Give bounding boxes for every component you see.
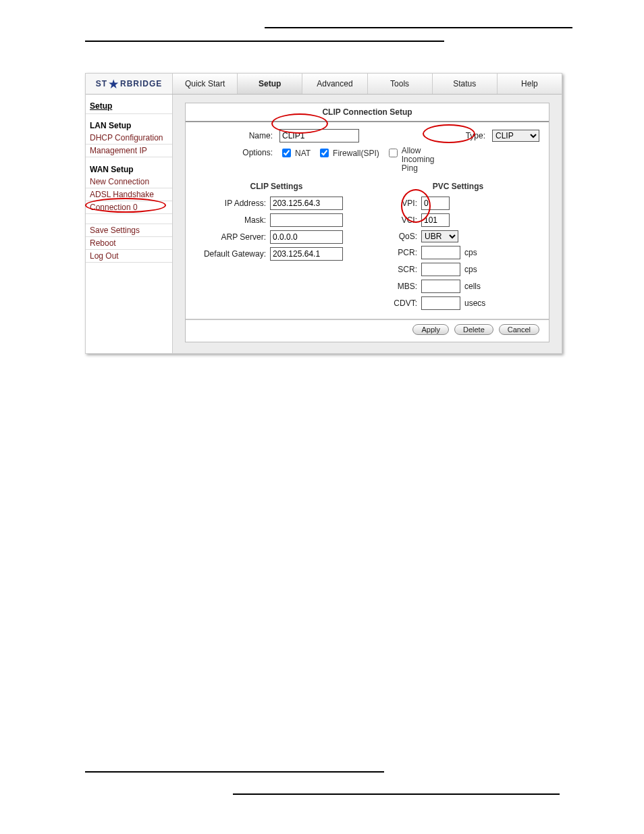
sidebar-item-save-settings[interactable]: Save Settings xyxy=(86,224,172,237)
star-icon: ★ xyxy=(109,78,119,90)
cdvt-unit: usecs xyxy=(464,298,485,308)
allow-ping-option[interactable]: Allow Incoming Ping xyxy=(386,147,435,174)
vci-input[interactable] xyxy=(421,213,450,227)
apply-button[interactable]: Apply xyxy=(412,324,449,335)
gw-input[interactable] xyxy=(270,247,343,261)
main-tabs: Quick Start Setup Advanced Tools Status … xyxy=(173,74,562,94)
content-area: CLIP Connection Setup Name: Type: CLIP O… xyxy=(173,95,562,353)
sidebar-item-mgmt-ip[interactable]: Management IP xyxy=(86,145,172,157)
mbs-input[interactable] xyxy=(421,280,460,293)
type-select[interactable]: CLIP xyxy=(492,130,539,142)
options-label: Options: xyxy=(195,147,273,157)
type-label: Type: xyxy=(466,131,485,140)
arp-input[interactable] xyxy=(270,230,343,244)
connection-setup-panel: CLIP Connection Setup Name: Type: CLIP O… xyxy=(185,103,549,342)
vpi-label: VPI: xyxy=(377,199,417,208)
button-bar: Apply Delete Cancel xyxy=(186,319,549,335)
sidebar-item-reboot[interactable]: Reboot xyxy=(86,237,172,250)
sidebar-heading-wan: WAN Setup xyxy=(86,157,172,176)
name-label: Name: xyxy=(195,131,273,140)
tab-quick-start[interactable]: Quick Start xyxy=(173,74,238,94)
logo-text-right: RBRIDGE xyxy=(120,79,162,88)
arp-label: ARP Server: xyxy=(195,232,266,242)
logo-text-left: ST xyxy=(96,79,107,88)
mbs-label: MBS: xyxy=(377,282,417,291)
nat-label: NAT xyxy=(295,149,311,158)
logo: ST ★ RBRIDGE xyxy=(86,74,173,94)
name-input[interactable] xyxy=(279,129,359,142)
pvc-settings-title: PVC Settings xyxy=(377,182,539,191)
scr-input[interactable] xyxy=(421,263,460,276)
pcr-label: PCR: xyxy=(377,248,417,257)
allow-ping-label: Allow Incoming Ping xyxy=(402,147,435,174)
sidebar: Setup LAN Setup DHCP Configuration Manag… xyxy=(86,95,173,353)
top-bar: ST ★ RBRIDGE Quick Start Setup Advanced … xyxy=(86,74,562,95)
tab-setup[interactable]: Setup xyxy=(238,74,302,94)
firewall-checkbox[interactable] xyxy=(320,149,329,157)
sidebar-item-dhcp[interactable]: DHCP Configuration xyxy=(86,132,172,145)
pcr-input[interactable] xyxy=(421,246,460,259)
tab-advanced[interactable]: Advanced xyxy=(302,74,367,94)
cancel-button[interactable]: Cancel xyxy=(499,324,539,335)
ip-label: IP Address: xyxy=(195,199,266,208)
router-admin-window: ST ★ RBRIDGE Quick Start Setup Advanced … xyxy=(85,73,562,354)
sidebar-title: Setup xyxy=(86,99,172,113)
tab-help[interactable]: Help xyxy=(498,74,562,94)
panel-title: CLIP Connection Setup xyxy=(186,103,549,122)
nat-checkbox[interactable] xyxy=(282,149,291,157)
vpi-input[interactable] xyxy=(421,197,450,210)
sidebar-item-new-connection[interactable]: New Connection xyxy=(86,176,172,188)
sidebar-item-connection-0[interactable]: Connection 0 xyxy=(86,201,172,214)
tab-status[interactable]: Status xyxy=(433,74,498,94)
sidebar-heading-lan: LAN Setup xyxy=(86,113,172,132)
nat-option[interactable]: NAT xyxy=(279,147,311,159)
qos-select[interactable]: UBR xyxy=(421,230,458,242)
qos-label: QoS: xyxy=(377,232,417,241)
pvc-settings-column: PVC Settings VPI: VCI: QoS: xyxy=(377,182,539,313)
scr-label: SCR: xyxy=(377,265,417,274)
firewall-label: Firewall(SPI) xyxy=(333,149,379,158)
allow-ping-checkbox[interactable] xyxy=(389,149,398,157)
sidebar-item-adsl-handshake[interactable]: ADSL Handshake xyxy=(86,188,172,201)
scr-unit: cps xyxy=(464,265,477,274)
ip-input[interactable] xyxy=(270,197,343,210)
cdvt-input[interactable] xyxy=(421,296,460,310)
mask-label: Mask: xyxy=(195,215,266,225)
pcr-unit: cps xyxy=(464,248,477,257)
firewall-option[interactable]: Firewall(SPI) xyxy=(317,147,379,159)
delete-button[interactable]: Delete xyxy=(454,324,493,335)
cdvt-label: CDVT: xyxy=(377,298,417,308)
sidebar-item-log-out[interactable]: Log Out xyxy=(86,250,172,263)
clip-settings-column: CLIP Settings IP Address: Mask: ARP Serv… xyxy=(195,182,358,313)
tab-tools[interactable]: Tools xyxy=(368,74,433,94)
vci-label: VCI: xyxy=(377,215,417,225)
gw-label: Default Gateway: xyxy=(195,249,266,259)
clip-settings-title: CLIP Settings xyxy=(195,182,358,191)
mbs-unit: cells xyxy=(464,282,481,291)
mask-input[interactable] xyxy=(270,213,343,227)
